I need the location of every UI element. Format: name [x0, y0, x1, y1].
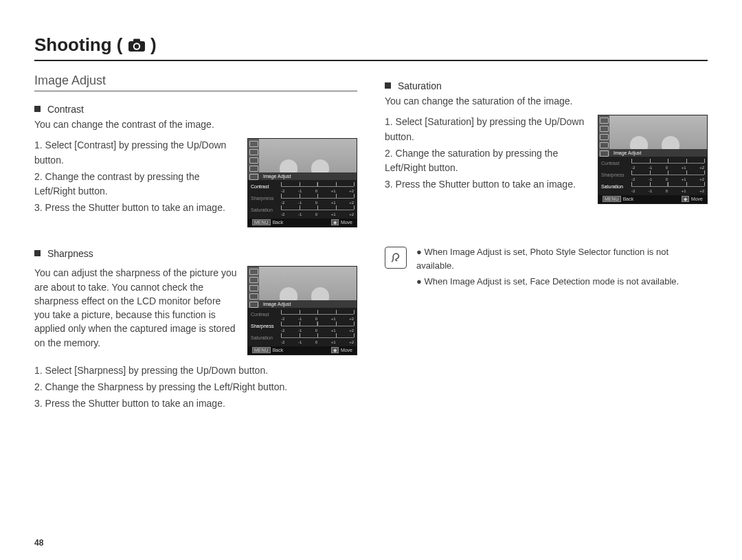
square-bullet-icon — [385, 82, 391, 89]
sharpness-heading-text: Sharpness — [47, 248, 93, 259]
note-1: ● When Image Adjust is set, Photo Style … — [416, 245, 708, 272]
svg-point-3 — [135, 44, 139, 48]
saturation-step-3: 3. Press the Shutter button to take an i… — [385, 177, 588, 192]
contrast-step-2: 2. Change the contrast by pressing the L… — [34, 170, 238, 199]
contrast-heading-text: Contrast — [47, 104, 84, 115]
lcd-move-icon: ◆ — [331, 219, 339, 225]
lcd-contrast-preview: Image Adjust Contrast -2-10+1+2 Sharpnes… — [247, 138, 357, 227]
lcd-move: Move — [341, 220, 352, 225]
lcd-row-contrast: Contrast — [251, 184, 278, 189]
sharpness-steps: 1. Select [Sharpness] by pressing the Up… — [34, 363, 357, 411]
title-text: Shooting ( — [34, 34, 123, 55]
page-title: Shooting ( ) — [34, 34, 708, 61]
lcd-sharpness-preview: Image Adjust Contrast -2-10+1+2 Sharpnes… — [247, 266, 357, 355]
sharpness-heading: Sharpness — [34, 248, 357, 259]
page-number: 48 — [34, 538, 43, 548]
saturation-step-2: 2. Change the saturation by pressing the… — [385, 146, 588, 176]
lcd-title: Image Adjust — [259, 172, 357, 180]
lcd-sidebar-icons — [248, 139, 259, 180]
saturation-step-1: 1. Select [Saturation] by pressing the U… — [385, 115, 588, 144]
saturation-desc: You can change the saturation of the ima… — [385, 94, 708, 108]
saturation-heading-text: Saturation — [398, 80, 442, 91]
saturation-steps: 1. Select [Saturation] by pressing the U… — [385, 115, 588, 193]
sharpness-block: Sharpness You can adjust the sharpness o… — [34, 248, 357, 411]
contrast-step-3: 3. Press the Shutter button to take an i… — [34, 201, 238, 216]
contrast-steps: 1. Select [Contrast] by pressing the Up/… — [34, 138, 238, 216]
lcd-back: Back — [273, 220, 284, 225]
sharpness-step-2: 2. Change the Sharpness by pressing the … — [34, 380, 357, 395]
sharpness-desc: You can adjust the sharpness of the pict… — [34, 266, 238, 350]
lcd-back-icon: MENU — [252, 219, 271, 225]
section-title: Image Adjust — [34, 74, 357, 91]
note-box: ● When Image Adjust is set, Photo Style … — [385, 245, 708, 291]
sharpness-step-1: 1. Select [Sharpness] by pressing the Up… — [34, 363, 357, 379]
square-bullet-icon — [34, 106, 41, 112]
contrast-block: Contrast You can change the contrast of … — [34, 104, 357, 227]
note-icon — [385, 247, 407, 269]
svg-rect-1 — [133, 39, 140, 43]
contrast-heading: Contrast — [34, 104, 357, 115]
square-bullet-icon — [34, 250, 41, 256]
saturation-block: Saturation You can change the saturation… — [385, 80, 708, 204]
title-suffix: ) — [150, 34, 157, 55]
contrast-step-1: 1. Select [Contrast] by pressing the Up/… — [34, 138, 238, 168]
lcd-row-sharpness: Sharpness — [251, 196, 278, 201]
contrast-desc: You can change the contrast of the image… — [34, 117, 357, 131]
note-2: ● When Image Adjust is set, Face Detecti… — [416, 275, 708, 289]
saturation-heading: Saturation — [385, 80, 708, 91]
camera-icon — [128, 38, 146, 52]
sharpness-step-3: 3. Press the Shutter button to take an i… — [34, 396, 357, 412]
lcd-row-saturation: Saturation — [251, 208, 278, 212]
lcd-saturation-preview: Image Adjust Contrast -2-10+1+2 Sharpnes… — [598, 115, 708, 204]
